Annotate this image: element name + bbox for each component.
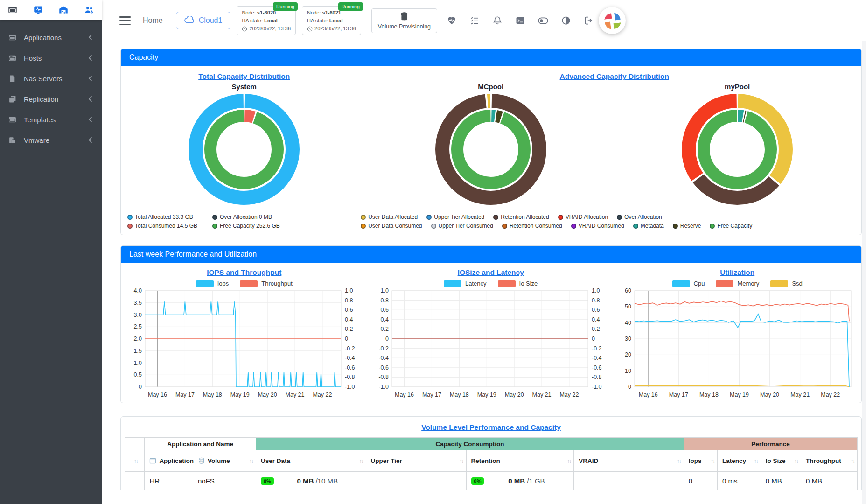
- column-header-vraid[interactable]: VRAID↑↓: [574, 450, 684, 472]
- column-header-upper-tier[interactable]: Upper Tier↑↓: [366, 450, 466, 472]
- svg-text:May 17: May 17: [422, 392, 441, 398]
- node-timestamp: 2023/05/22, 13:36: [314, 25, 356, 33]
- sort-arrows-icon[interactable]: ↑↓: [460, 458, 463, 464]
- legend-label: Io Size: [519, 280, 538, 287]
- column-header-application[interactable]: Application↑↓: [145, 450, 193, 472]
- column-header-volume[interactable]: Volume↑↓: [193, 450, 256, 472]
- heart-pulse-icon[interactable]: [447, 15, 457, 26]
- legend-label: User Data Consumed: [368, 223, 422, 229]
- cloud-button-label: Cloud1: [199, 16, 223, 25]
- column-header-retention[interactable]: Retention↑↓: [466, 450, 574, 472]
- sort-arrows-icon[interactable]: ↑↓: [567, 458, 571, 464]
- performance-card: Last week Performance and Utilization IO…: [120, 245, 862, 403]
- sort-arrows-icon[interactable]: ↑↓: [794, 458, 798, 464]
- users-gear-icon[interactable]: [84, 5, 94, 15]
- vertical-scrollbar[interactable]: [862, 41, 866, 504]
- svg-text:May 18: May 18: [699, 392, 719, 398]
- sort-arrows-icon[interactable]: ↑↓: [677, 458, 681, 464]
- donut-chart-mcpool: [432, 91, 550, 210]
- app-logo[interactable]: [599, 7, 626, 34]
- legend-label: Total Allocated 33.3 GB: [135, 214, 193, 220]
- legend-label: Free Capacity: [717, 223, 752, 229]
- monitor-activity-icon[interactable]: [33, 5, 43, 15]
- table-row: HR noFS 0% 0 MB /10 MB 0% 0 MB /1 GB 0: [125, 472, 858, 490]
- svg-text:-0.6: -0.6: [345, 364, 355, 371]
- contrast-icon[interactable]: [561, 15, 571, 26]
- cell-iops: 0: [684, 472, 717, 490]
- svg-text:May 16: May 16: [148, 392, 167, 398]
- legend-item: Over Allocation: [617, 214, 662, 220]
- file-icon: [8, 74, 17, 83]
- column-header-user-data[interactable]: User Data↑↓: [256, 450, 366, 472]
- legend-swatch: [196, 280, 214, 287]
- column-header-latency[interactable]: Latency↑↓: [718, 450, 761, 472]
- svg-text:1.0: 1.0: [592, 288, 600, 294]
- chart-legend-item: Throughput: [240, 280, 293, 287]
- svg-text:2.0: 2.0: [134, 336, 142, 342]
- svg-text:0: 0: [592, 336, 595, 342]
- sidebar-item-hosts[interactable]: Hosts: [0, 48, 102, 68]
- cloud-selector-button[interactable]: Cloud1: [176, 12, 231, 29]
- utilization-link[interactable]: Utilization: [720, 268, 754, 277]
- svg-text:-0.4: -0.4: [592, 355, 602, 361]
- sort-arrows-icon[interactable]: ↑↓: [754, 458, 758, 464]
- iops-throughput-link[interactable]: IOPS and Throughput: [207, 268, 281, 277]
- svg-text:May 17: May 17: [175, 392, 195, 398]
- top-navbar: Home Cloud1 Running Node: s1-6020 HA sta…: [102, 0, 866, 41]
- legend-item: Total Allocated 33.3 GB: [127, 214, 212, 220]
- column-header-sort[interactable]: ↑↓: [125, 450, 145, 472]
- sidebar-item-templates[interactable]: Templates: [0, 109, 102, 130]
- advanced-capacity-link[interactable]: Advanced Capacity Distribution: [560, 72, 669, 80]
- list-check-icon[interactable]: [469, 15, 480, 26]
- sidebar-item-nas-servers[interactable]: Nas Servers: [0, 68, 102, 89]
- legend-dot: [212, 224, 217, 229]
- clock-icon: [307, 26, 313, 32]
- logout-icon[interactable]: [584, 15, 594, 26]
- dark-window-icon[interactable]: [7, 5, 18, 15]
- legend-item: Upper Tier Consumed: [431, 223, 493, 229]
- iosize-latency-link[interactable]: IOSize and Latency: [458, 268, 524, 277]
- sidebar-item-applications[interactable]: Applications: [0, 27, 102, 48]
- home-link[interactable]: Home: [143, 16, 163, 25]
- chevron-left-icon: [88, 34, 92, 41]
- svg-text:1.5: 1.5: [134, 348, 142, 354]
- svg-text:May 21: May 21: [790, 392, 810, 398]
- sort-arrows-icon[interactable]: ↑↓: [851, 458, 854, 464]
- column-header-throughput[interactable]: Throughput↑↓: [801, 450, 858, 472]
- sidebar-item-replication[interactable]: Replication: [0, 89, 102, 109]
- legend-dot: [673, 224, 678, 229]
- sidebar-item-vmware[interactable]: Vmware: [0, 130, 102, 150]
- db-outline-icon: [198, 457, 205, 464]
- svg-text:May 16: May 16: [639, 392, 658, 398]
- sort-arrows-icon[interactable]: ↑↓: [249, 458, 253, 464]
- warehouse-icon[interactable]: [58, 5, 69, 15]
- legend-label: Upper Tier Allocated: [434, 214, 484, 220]
- svg-text:30: 30: [625, 336, 631, 342]
- volume-table-link[interactable]: Volume Level Performance and Capacity: [421, 423, 561, 431]
- svg-text:3.0: 3.0: [134, 312, 142, 318]
- bell-icon[interactable]: [492, 15, 503, 26]
- column-header-iops[interactable]: Iops↑↓: [684, 450, 717, 472]
- chart-legend-item: Iops: [196, 280, 229, 287]
- table-group-header: Capacity Consumption: [256, 438, 684, 450]
- legend-item: User Data Allocated: [361, 214, 418, 220]
- svg-text:0: 0: [628, 384, 631, 390]
- total-capacity-link[interactable]: Total Capacity Distribution: [198, 72, 290, 80]
- legend-label: Metadata: [641, 223, 664, 229]
- sort-arrows-icon[interactable]: ↑↓: [134, 458, 138, 464]
- legend-label: Memory: [737, 280, 759, 287]
- sort-arrows-icon[interactable]: ↑↓: [711, 458, 714, 464]
- hamburger-menu-icon[interactable]: [119, 16, 131, 25]
- svg-text:May 19: May 19: [230, 392, 250, 398]
- toggle-icon[interactable]: [538, 15, 548, 26]
- volume-provisioning-button[interactable]: Volume Provisioning: [371, 8, 437, 33]
- column-header-io-size[interactable]: Io Size↑↓: [761, 450, 801, 472]
- sort-arrows-icon[interactable]: ↑↓: [359, 458, 363, 464]
- retention-progress-badge: 0%: [471, 477, 484, 485]
- legend-label: Ssd: [792, 280, 802, 287]
- terminal-icon[interactable]: [515, 15, 525, 26]
- legend-item: Metadata: [633, 223, 664, 229]
- legend-swatch: [240, 280, 258, 287]
- svg-text:0: 0: [345, 336, 348, 342]
- svg-text:2.5: 2.5: [134, 323, 142, 330]
